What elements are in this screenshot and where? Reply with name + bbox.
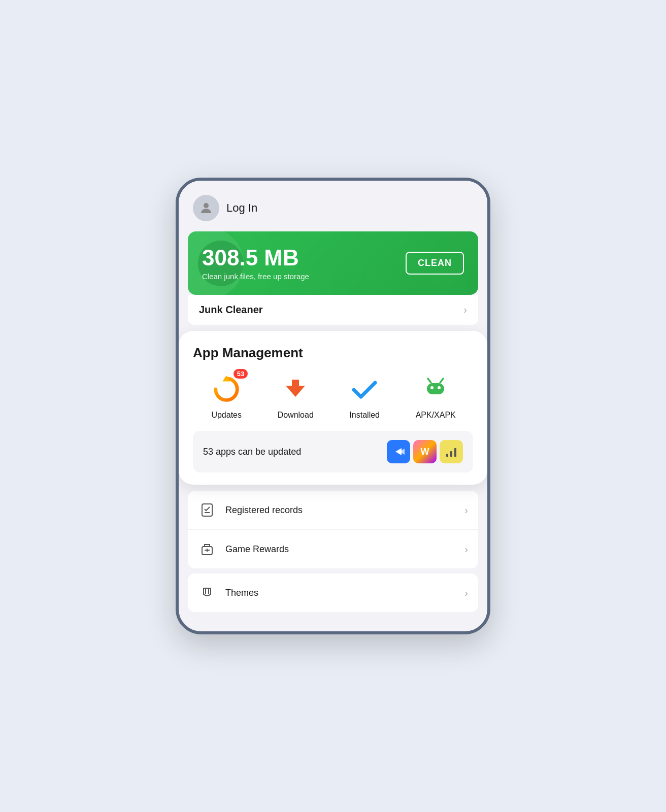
banner-description: Clean junk files, free up storage [202,272,309,281]
installed-icon-wrap [348,373,381,405]
avatar [193,195,219,221]
svg-rect-12 [454,448,456,457]
app-thumb-2: W [413,440,437,463]
svg-line-4 [440,379,443,383]
game-rewards-item[interactable]: Game Rewards › [188,530,478,568]
app-thumbnails: W [387,440,463,463]
updates-icon-wrap: 53 [210,373,243,405]
game-rewards-chevron: › [464,544,468,555]
registered-records-chevron: › [464,504,468,516]
apps-update-row[interactable]: 53 apps can be updated W [193,431,473,472]
updates-badge: 53 [234,369,248,379]
apps-update-text: 53 apps can be updated [203,447,301,457]
themes-label: Themes [225,588,258,598]
svg-point-6 [430,386,434,389]
junk-cleaner-row[interactable]: Junk Cleaner › [188,295,478,325]
game-rewards-label: Game Rewards [225,544,289,555]
installed-icon [351,376,378,403]
banner-size: 308.5 MB [202,246,309,270]
app-thumb-3 [440,440,463,463]
svg-line-3 [428,379,431,383]
apk-icon-wrap [419,373,452,405]
app-management-icons: 53 Updates Download [193,373,473,420]
apk-label: APK/XAPK [416,411,456,420]
junk-cleaner-chevron: › [463,304,467,316]
svg-rect-11 [450,451,452,457]
themes-left: Themes [198,584,258,602]
login-row: Log In [179,181,487,231]
app-thumb-1 [387,440,410,463]
themes-row[interactable]: Themes › [188,573,478,612]
themes-chevron: › [464,587,468,599]
svg-point-7 [438,386,441,389]
apk-item[interactable]: APK/XAPK [416,373,456,420]
login-label[interactable]: Log In [226,201,257,215]
svg-rect-10 [446,454,448,457]
updates-label: Updates [211,411,242,420]
green-banner: 308.5 MB Clean junk files, free up stora… [188,231,478,295]
registered-records-item[interactable]: Registered records › [188,491,478,530]
download-item[interactable]: Download [278,373,314,420]
installed-label: Installed [349,411,380,420]
apk-icon [422,376,449,403]
registered-records-icon [198,501,216,519]
game-rewards-icon [198,540,216,558]
clean-button[interactable]: CLEAN [406,252,464,275]
registered-records-label: Registered records [225,505,303,516]
phone-content: Log In 308.5 MB Clean junk files, free u… [179,181,487,622]
phone-frame: Log In 308.5 MB Clean junk files, free u… [176,178,490,634]
svg-marker-2 [286,380,305,397]
installed-item[interactable]: Installed [348,373,381,420]
junk-cleaner-label: Junk Cleaner [199,304,263,316]
svg-point-0 [204,203,209,208]
themes-icon [198,584,216,602]
list-section: Registered records › Game Rewards [188,491,478,568]
banner-info: 308.5 MB Clean junk files, free up stora… [202,246,309,281]
updates-item[interactable]: 53 Updates [210,373,243,420]
download-icon [282,376,309,403]
download-icon-wrap [279,373,312,405]
registered-records-left: Registered records [198,501,303,519]
app-management-title: App Management [193,345,473,361]
download-label: Download [278,411,314,420]
updates-icon [212,375,241,404]
game-rewards-left: Game Rewards [198,540,289,558]
svg-rect-5 [427,383,444,394]
app-management-card: App Management [179,331,487,485]
